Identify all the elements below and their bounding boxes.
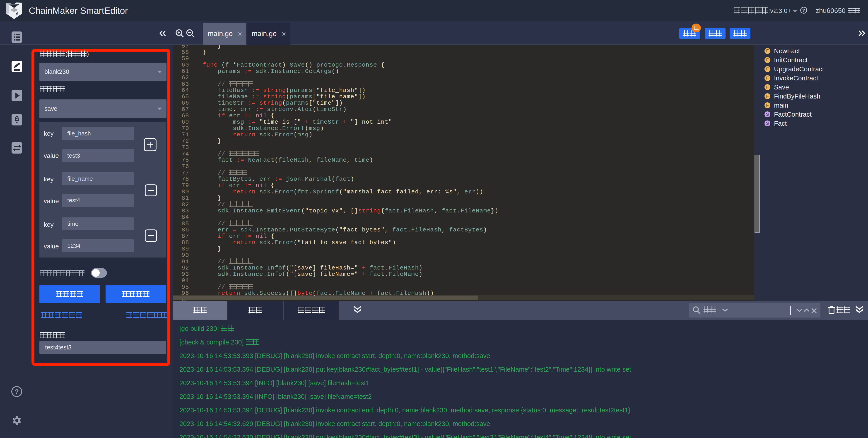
svg-text:?: ? — [15, 388, 19, 395]
svg-text:?: ? — [802, 8, 805, 13]
